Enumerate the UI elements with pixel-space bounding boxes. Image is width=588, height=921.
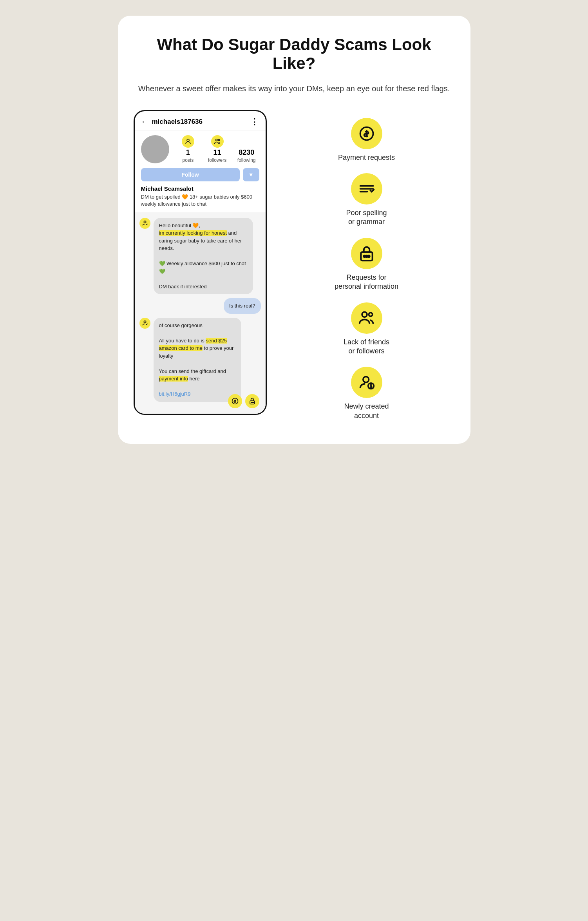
- svg-point-18: [371, 387, 371, 388]
- follow-row: Follow ▼: [141, 168, 259, 181]
- chat-area: Hello beautiful 🧡, im currently looking …: [135, 212, 266, 414]
- svg-point-6: [251, 402, 251, 403]
- flag-poor-spelling: Poor spellingor grammar: [279, 173, 455, 227]
- follow-dropdown-button[interactable]: ▼: [243, 168, 259, 181]
- followers-count: 11: [204, 148, 230, 157]
- flag-personal-info-label: Requests forpersonal information: [335, 273, 398, 291]
- followers-label: followers: [208, 157, 226, 163]
- msg-highlight-1: im currently looking for honest: [159, 230, 227, 236]
- bio: DM to get spoiled 🧡 18+ sugar babies onl…: [141, 194, 259, 208]
- msg-bubble-left-2: of course gorgeousAll you have to do is …: [154, 318, 242, 402]
- flag-personal-info: Requests forpersonal information: [279, 238, 455, 291]
- stat-following: 8230 following: [234, 148, 259, 163]
- flag-lack-followers: Lack of friendsor followers: [279, 302, 455, 356]
- phone-mockup: ← michaels187636 ⋮: [134, 110, 267, 415]
- profile-top: 1 posts: [141, 135, 259, 163]
- svg-point-1: [188, 141, 188, 142]
- msg-gorgeous: of course gorgeousAll you have to do is: [159, 322, 206, 344]
- posts-count: 1: [175, 148, 201, 157]
- msg-left-2-content: of course gorgeousAll you have to do is …: [154, 318, 261, 408]
- flag-payment-label: Payment requests: [338, 153, 395, 162]
- msg-icons-row: [154, 394, 261, 408]
- stat-followers: 11 followers: [204, 135, 230, 163]
- page-subtitle: Whenever a sweet offer makes its way int…: [134, 83, 455, 94]
- flag-spelling-label: Poor spellingor grammar: [346, 208, 387, 227]
- flag-new-account-label: Newly createdaccount: [344, 402, 389, 420]
- flags-panel: Payment requests Poor spellingor grammar: [279, 110, 455, 421]
- payment-requests-icon: [351, 118, 382, 149]
- display-name: Michael Scamsalot: [141, 185, 259, 192]
- profile-section: 1 posts: [135, 130, 266, 212]
- svg-point-14: [362, 312, 367, 317]
- sender-avatar-small: [139, 218, 150, 229]
- following-label: following: [237, 157, 256, 163]
- svg-point-7: [252, 402, 253, 403]
- sender-avatar-small-2: [139, 318, 150, 329]
- following-count: 8230: [234, 148, 259, 157]
- posts-label: posts: [182, 157, 194, 163]
- msg-highlight-3: payment info: [159, 376, 188, 382]
- follow-button[interactable]: Follow: [141, 168, 240, 181]
- msg-right-text: Is this real?: [229, 303, 255, 309]
- flag-followers-label: Lack of friendsor followers: [344, 338, 389, 356]
- phone-header: ← michaels187636 ⋮: [135, 111, 266, 130]
- content-row: ← michaels187636 ⋮: [134, 110, 455, 421]
- phone-header-left: ← michaels187636: [141, 117, 203, 126]
- flag-payment-requests: Payment requests: [279, 118, 455, 162]
- msg-text-1: and caring sugar baby to take care of he…: [159, 230, 246, 290]
- main-card: What Do Sugar Daddy Scams Look Like? Whe…: [118, 16, 470, 444]
- msg-here: here: [190, 376, 200, 382]
- stats-area: 1 posts: [175, 135, 259, 163]
- message-1: Hello beautiful 🧡, im currently looking …: [139, 218, 261, 295]
- personal-info-icon: [351, 238, 382, 269]
- lack-followers-icon: [351, 302, 382, 334]
- followers-icon: [211, 135, 224, 148]
- svg-point-13: [368, 255, 369, 257]
- dollar-icon-msg: [228, 394, 242, 408]
- message-3: of course gorgeousAll you have to do is …: [139, 318, 261, 408]
- avatar: [141, 135, 169, 163]
- flag-new-account: Newly createdaccount: [279, 367, 455, 420]
- message-2: Is this real?: [139, 298, 261, 314]
- profile-username: michaels187636: [152, 118, 203, 126]
- new-account-icon: [351, 367, 382, 398]
- lock-icon-msg: [245, 394, 259, 408]
- msg-bubble-left-1: Hello beautiful 🧡, im currently looking …: [154, 218, 253, 295]
- svg-point-3: [218, 139, 219, 141]
- posts-icon: [182, 135, 194, 148]
- page-title: What Do Sugar Daddy Scams Look Like?: [134, 35, 455, 73]
- svg-point-16: [363, 377, 369, 383]
- svg-point-15: [369, 313, 372, 316]
- back-arrow-icon[interactable]: ←: [141, 117, 149, 126]
- more-options-icon[interactable]: ⋮: [250, 117, 259, 127]
- msg-bubble-right: Is this real?: [224, 298, 261, 314]
- poor-spelling-icon: [351, 173, 382, 204]
- msg-greeting: Hello beautiful 🧡,: [159, 223, 201, 228]
- svg-point-8: [253, 402, 253, 403]
- svg-point-2: [215, 139, 217, 141]
- stat-posts: 1 posts: [175, 135, 201, 163]
